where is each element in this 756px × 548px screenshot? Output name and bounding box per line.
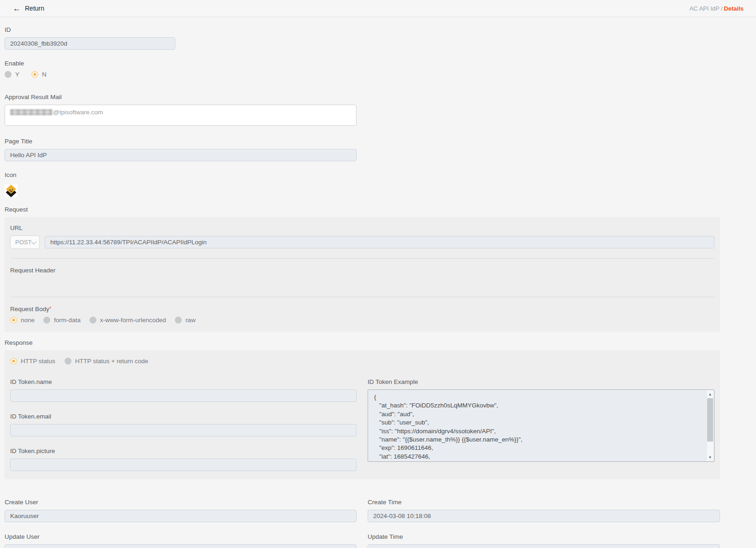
radio-unselected-icon bbox=[43, 317, 50, 324]
body-radio-form-data-label: form-data bbox=[54, 317, 81, 324]
id-token-name-input[interactable] bbox=[10, 389, 357, 402]
field-icon: Icon bbox=[5, 171, 720, 199]
radio-selected-icon bbox=[31, 71, 38, 78]
update-time-label: Update Time bbox=[368, 533, 720, 540]
body-radio-none-label: none bbox=[21, 317, 35, 324]
body-radio-urlencoded[interactable]: x-www-form-urlencoded bbox=[89, 317, 166, 324]
response-radio-http-status[interactable]: HTTP status bbox=[10, 358, 55, 365]
radio-unselected-icon bbox=[65, 358, 71, 365]
back-arrow-icon: ← bbox=[13, 5, 21, 12]
update-time-input[interactable] bbox=[368, 544, 720, 548]
id-token-picture-label: ID Token.picture bbox=[10, 448, 357, 454]
icon-label: Icon bbox=[5, 171, 720, 178]
request-panel: URL POST https://11.22.33.44:56789/TPI/A… bbox=[5, 217, 720, 332]
page-title-label: Page Title bbox=[5, 138, 720, 145]
url-label: URL bbox=[10, 224, 714, 231]
section-response: Response HTTP status HTTP status + retur… bbox=[5, 339, 720, 479]
radio-selected-icon bbox=[10, 317, 17, 324]
token-fields-column: ID Token.name ID Token.email ID Token.pi… bbox=[10, 378, 357, 471]
stacked-diamonds-logo-icon bbox=[5, 184, 18, 197]
update-user-label: Update User bbox=[5, 533, 357, 540]
required-asterisk: * bbox=[49, 306, 52, 312]
breadcrumb-parent[interactable]: AC API IdP bbox=[690, 5, 720, 12]
id-input[interactable]: 20240308_fbb3920d bbox=[5, 37, 175, 50]
scrollbar[interactable]: ▲ ▼ bbox=[706, 390, 714, 461]
response-radio-http-status-label: HTTP status bbox=[21, 358, 55, 365]
field-approval-mail: Approval Result Mail @tpisoftware.com bbox=[5, 94, 720, 126]
enable-radio-y[interactable]: Y bbox=[5, 71, 19, 78]
divider bbox=[10, 297, 714, 297]
approval-mail-textarea[interactable]: @tpisoftware.com bbox=[5, 105, 357, 126]
create-time-input[interactable]: 2024-03-08 10:18:08 bbox=[368, 510, 720, 522]
back-button-label: Return bbox=[25, 5, 44, 12]
create-user-input[interactable]: Kaoruuser bbox=[5, 510, 357, 522]
response-panel: HTTP status HTTP status + return code ID… bbox=[5, 350, 720, 479]
scroll-up-arrow-icon[interactable]: ▲ bbox=[707, 390, 714, 398]
radio-unselected-icon bbox=[5, 71, 12, 78]
id-token-email-input[interactable] bbox=[10, 424, 357, 436]
enable-label: Enable bbox=[5, 60, 720, 67]
field-create-user: Create User Kaoruuser bbox=[5, 499, 357, 522]
create-user-label: Create User bbox=[5, 499, 357, 506]
id-token-picture-input[interactable] bbox=[10, 459, 357, 471]
field-update-time: Update Time bbox=[368, 533, 720, 548]
request-url-input[interactable]: https://11.22.33.44:56789/TPI/ACAPIIdP/A… bbox=[45, 236, 714, 248]
update-user-input[interactable] bbox=[5, 544, 357, 548]
redacted-email-prefix bbox=[10, 109, 53, 115]
body-radio-form-data[interactable]: form-data bbox=[43, 317, 81, 324]
response-radio-http-status-return-code[interactable]: HTTP status + return code bbox=[65, 358, 148, 365]
scroll-down-arrow-icon[interactable]: ▼ bbox=[707, 454, 714, 461]
divider bbox=[10, 258, 714, 259]
http-method-select[interactable]: POST bbox=[10, 236, 40, 249]
request-body-label: Request Body* bbox=[10, 306, 714, 312]
page-title-input[interactable]: Hello API IdP bbox=[5, 149, 357, 161]
field-page-title: Page Title Hello API IdP bbox=[5, 138, 720, 161]
details-form: ID 20240308_fbb3920d Enable Y N Approval… bbox=[0, 17, 756, 548]
section-request: Request URL POST https://11.22.33.44:567… bbox=[5, 206, 720, 332]
enable-radio-n-label: N bbox=[42, 71, 47, 78]
id-label: ID bbox=[5, 26, 720, 33]
response-label: Response bbox=[5, 339, 720, 346]
top-bar: ← Return AC API IdP/Details bbox=[0, 0, 756, 17]
response-radio-http-status-return-code-label: HTTP status + return code bbox=[75, 358, 148, 365]
request-header-empty-area bbox=[10, 274, 714, 288]
request-header-label: Request Header bbox=[10, 267, 714, 274]
field-enable: Enable Y N bbox=[5, 60, 720, 78]
field-update-user: Update User bbox=[5, 533, 357, 548]
id-token-example-label: ID Token Example bbox=[368, 378, 714, 385]
meta-row-create: Create User Kaoruuser Create Time 2024-0… bbox=[5, 499, 720, 522]
approval-mail-suffix: @tpisoftware.com bbox=[53, 109, 103, 116]
radio-selected-icon bbox=[10, 358, 17, 365]
breadcrumb-separator: / bbox=[721, 5, 723, 12]
request-label: Request bbox=[5, 206, 720, 213]
id-token-email-label: ID Token.email bbox=[10, 413, 357, 420]
enable-radio-n[interactable]: N bbox=[31, 71, 47, 78]
id-token-name-label: ID Token.name bbox=[10, 378, 357, 385]
field-create-time: Create Time 2024-03-08 10:18:08 bbox=[368, 499, 720, 522]
http-method-value: POST bbox=[15, 239, 31, 246]
radio-unselected-icon bbox=[175, 317, 182, 324]
field-id: ID 20240308_fbb3920d bbox=[5, 26, 720, 50]
approval-mail-label: Approval Result Mail bbox=[5, 94, 720, 100]
breadcrumb: AC API IdP/Details bbox=[690, 5, 744, 12]
body-radio-none[interactable]: none bbox=[10, 317, 35, 324]
back-button[interactable]: ← Return bbox=[13, 5, 44, 12]
radio-unselected-icon bbox=[89, 317, 96, 324]
breadcrumb-current: Details bbox=[724, 5, 744, 12]
id-token-example-box[interactable]: { "at_hash": "FOiDD5zzh0sLqMMYGkovbw", "… bbox=[368, 389, 714, 462]
chevron-down-icon bbox=[31, 239, 36, 244]
id-token-example-text: { "at_hash": "FOiDD5zzh0sLqMMYGkovbw", "… bbox=[368, 390, 706, 461]
scrollbar-thumb[interactable] bbox=[707, 398, 713, 442]
enable-radio-y-label: Y bbox=[15, 71, 19, 78]
token-example-column: ID Token Example { "at_hash": "FOiDD5zzh… bbox=[368, 378, 714, 471]
body-radio-raw[interactable]: raw bbox=[175, 317, 196, 324]
create-time-label: Create Time bbox=[368, 499, 720, 506]
body-radio-raw-label: raw bbox=[185, 317, 196, 324]
body-radio-urlencoded-label: x-www-form-urlencoded bbox=[100, 317, 166, 324]
meta-row-update: Update User Update Time bbox=[5, 533, 720, 548]
